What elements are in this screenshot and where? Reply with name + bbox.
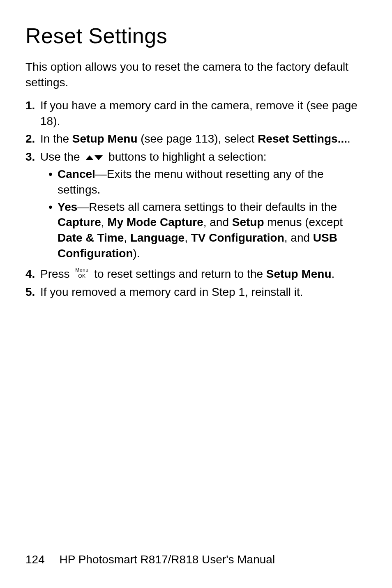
menu-label: Menu [75, 267, 88, 273]
step-number: 3. [25, 149, 40, 165]
step-4: 4. Press MenuOK to reset settings and re… [25, 266, 367, 282]
options-list: • Cancel—Exits the menu without resettin… [40, 166, 367, 261]
text: buttons to highlight a selection: [105, 150, 266, 163]
yes-label: Yes [58, 201, 77, 213]
step-number: 5. [25, 284, 40, 300]
step-number: 4. [25, 266, 40, 282]
setup-menu-label: Setup Menu [72, 132, 138, 145]
step-body: Use the buttons to highlight a selection… [40, 149, 367, 264]
text: , [184, 231, 191, 244]
text: to reset settings and return to the [91, 267, 266, 280]
option-text: Yes—Resets all camera settings to their … [58, 199, 367, 261]
step-2: 2. In the Setup Menu (see page 113), sel… [25, 131, 367, 147]
reset-settings-label: Reset Settings... [258, 132, 347, 145]
text: , and [203, 216, 232, 228]
option-cancel: • Cancel—Exits the menu without resettin… [40, 166, 367, 198]
document-page: Reset Settings This option allows you to… [0, 0, 392, 588]
text: menus (except [264, 216, 343, 228]
page-title: Reset Settings [25, 21, 367, 50]
option-yes: • Yes—Resets all camera settings to thei… [40, 199, 367, 261]
option-text: Cancel—Exits the menu without resetting … [58, 166, 367, 198]
menu-ok-button-icon: MenuOK [75, 267, 88, 279]
text: ). [133, 247, 140, 260]
bullet-icon: • [48, 166, 58, 182]
tv-configuration-label: TV Configuration [191, 231, 284, 244]
text: Use the [40, 150, 83, 163]
language-label: Language [130, 231, 184, 244]
text: In the [40, 132, 72, 145]
cancel-label: Cancel [58, 168, 95, 180]
step-body: Press MenuOK to reset settings and retur… [40, 266, 367, 282]
step-number: 1. [25, 98, 40, 113]
step-body: In the Setup Menu (see page 113), select… [40, 131, 367, 147]
text: (see page 113), select [138, 132, 258, 145]
capture-label: Capture [58, 216, 101, 228]
text: Press [40, 267, 73, 280]
text: , and [284, 231, 313, 244]
text: —Exits the menu without resetting any of… [58, 168, 323, 196]
date-time-label: Date & Time [58, 231, 124, 244]
step-5: 5. If you removed a memory card in Step … [25, 284, 367, 300]
setup-label: Setup [232, 216, 264, 228]
step-body: If you have a memory card in the camera,… [40, 98, 367, 129]
step-body: If you removed a memory card in Step 1, … [40, 284, 367, 300]
manual-title: HP Photosmart R817/R818 User's Manual [60, 553, 275, 566]
page-footer: 124 HP Photosmart R817/R818 User's Manua… [25, 552, 367, 567]
text: , [101, 216, 108, 228]
ok-label: OK [78, 274, 85, 279]
text: . [347, 132, 350, 145]
text: , [124, 231, 130, 244]
svg-marker-0 [85, 155, 94, 160]
bullet-icon: • [48, 199, 58, 215]
intro-paragraph: This option allows you to reset the came… [25, 59, 367, 90]
svg-marker-1 [95, 155, 103, 160]
step-1: 1. If you have a memory card in the came… [25, 98, 367, 129]
up-down-arrows-icon [85, 154, 104, 161]
page-number: 124 [25, 552, 45, 567]
text: —Resets all camera settings to their def… [77, 201, 337, 213]
text: . [332, 267, 335, 280]
my-mode-capture-label: My Mode Capture [107, 216, 203, 228]
step-number: 2. [25, 131, 40, 147]
steps-list: 1. If you have a memory card in the came… [25, 98, 367, 300]
step-3: 3. Use the buttons to highlight a select… [25, 149, 367, 264]
setup-menu-label: Setup Menu [266, 267, 332, 280]
